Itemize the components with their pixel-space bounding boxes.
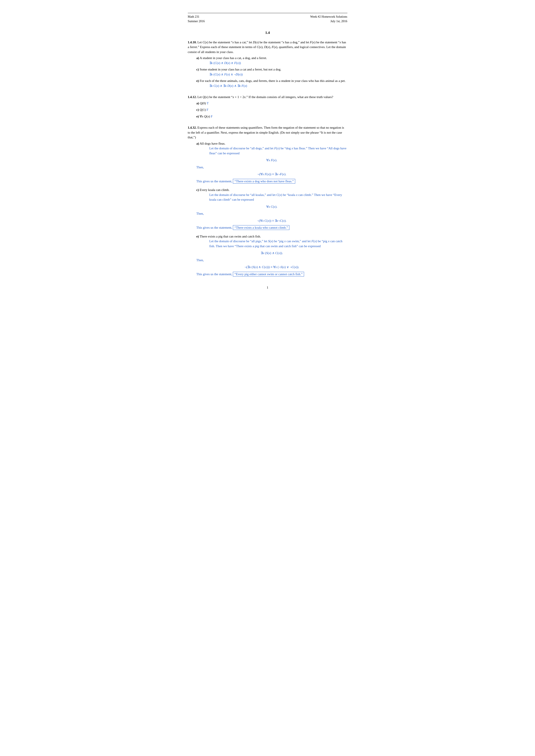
solution-intro-e: Let the domain of discourse be “all pigs… xyxy=(210,239,348,249)
then-a: Then, xyxy=(196,165,348,170)
problem-id: 1.4.32. xyxy=(188,126,197,129)
problem-1-4-10: 1.4.10. Let C(x) be the statement “x has… xyxy=(188,40,348,88)
boxed-c: “There exists a koala who cannot climb.” xyxy=(233,225,289,230)
date: July 1st, 2016 xyxy=(310,19,348,23)
part-e-answer: ∃x C(x) ∧ ∃x D(x) ∧ ∃x F(x) xyxy=(210,83,348,88)
part-a-answer: ∃x (C(x) ∧ D(x) ∧ F(x)) xyxy=(210,61,348,66)
part-text: For each of the three animals, cats, dog… xyxy=(200,79,346,83)
header-right: Week #2 Homework Solutions July 1st, 201… xyxy=(310,14,348,23)
part-text: Some student in your class has a cat and… xyxy=(200,68,281,71)
answer-e: F xyxy=(211,115,212,118)
conclusion-e: This gives us the statement, “Every pig … xyxy=(196,272,348,277)
formula1-a: ∀x F(x). xyxy=(196,158,348,163)
problem-parts: a) Q(0) T c) Q(1) F e) ∀x Q(x) F xyxy=(196,101,348,119)
part-e-label-text: e) There exists a pig that can swim and … xyxy=(196,234,348,239)
assignment-title: Week #2 Homework Solutions xyxy=(310,14,348,19)
part-label: c) xyxy=(196,108,199,111)
part-label: a) xyxy=(196,56,199,60)
part-a-label-text: a) All dogs have fleas. xyxy=(196,141,348,146)
problem-id: 1.4.10. xyxy=(188,40,197,44)
part-label: c) xyxy=(196,68,199,71)
part-c-label-text: c) Every koala can climb. xyxy=(196,187,348,192)
part-label: a) xyxy=(196,101,199,105)
part-text: All dogs have fleas. xyxy=(200,142,225,145)
solution-intro-c: Let the domain of discourse be “all koal… xyxy=(210,192,348,202)
part-c: c) Some student in your class has a cat … xyxy=(196,67,348,77)
header-left: Math 231 Summer 2016 xyxy=(188,14,205,23)
solution-intro-a: Let the domain of discourse be “all dogs… xyxy=(210,146,348,156)
then-c: Then, xyxy=(196,211,348,216)
page-number: 1 xyxy=(188,285,348,290)
part-text: Every koala can climb. xyxy=(200,188,229,192)
part-label: e) xyxy=(196,115,199,118)
part-label: a) xyxy=(196,142,199,145)
part-c-answer: ∃x (C(x) ∧ F(x) ∧ ¬D(x)) xyxy=(210,72,348,77)
problem-statement: Let Q(x) be the statement “x + 1 > 2x.” … xyxy=(198,95,333,99)
part-text: There exists a pig that can swim and cat… xyxy=(200,235,261,238)
part-a-32: a) All dogs have fleas. Let the domain o… xyxy=(196,141,348,184)
boxed-e: “Every pig either cannot swim or cannot … xyxy=(233,272,304,277)
problem-1-4-32: 1.4.32. Express each of these statements… xyxy=(188,125,348,277)
formula2-c: ¬(∀x C(x)) ≡ ∃x¬C(x). xyxy=(196,218,348,223)
part-c-32: c) Every koala can climb. Let the domain… xyxy=(196,187,348,230)
part-e: e) ∀x Q(x) F xyxy=(196,114,348,119)
semester: Summer 2016 xyxy=(188,19,205,23)
part-text: ∀x Q(x) xyxy=(200,115,211,118)
problem-id: 1.4.12. xyxy=(188,95,197,99)
part-e-32: e) There exists a pig that can swim and … xyxy=(196,234,348,277)
answer-c: F xyxy=(207,108,208,111)
then-e: Then, xyxy=(196,258,348,263)
formula1-e: ∃x (S(x) ∧ C(x)). xyxy=(196,251,348,256)
problem-parts: a) A student in your class has a cat, a … xyxy=(196,56,348,88)
part-label: e) xyxy=(196,79,199,83)
part-e: e) For each of the three animals, cats, … xyxy=(196,78,348,88)
problem-statement: Let C(x) be the statement “x has a cat,”… xyxy=(188,40,346,54)
part-text: A student in your class has a cat, a dog… xyxy=(200,56,267,60)
boxed-a: “There exists a dog who does not have fl… xyxy=(233,179,295,184)
part-text: Q(1) xyxy=(200,108,207,111)
page-header: Math 231 Summer 2016 Week #2 Homework So… xyxy=(188,14,348,23)
problem-header: 1.4.12. Let Q(x) be the statement “x + 1… xyxy=(188,94,348,99)
part-c: c) Q(1) F xyxy=(196,107,348,112)
conclusion-c: This gives us the statement, “There exis… xyxy=(196,225,348,230)
problem-parts: a) All dogs have fleas. Let the domain o… xyxy=(196,141,348,277)
problem-header: 1.4.10. Let C(x) be the statement “x has… xyxy=(188,40,348,55)
part-label: c) xyxy=(196,188,199,192)
part-a: a) Q(0) T xyxy=(196,101,348,106)
formula2-a: ¬(∀x F(x)) ≡ ∃x¬F(x). xyxy=(196,172,348,177)
part-label: e) xyxy=(196,235,199,238)
formula2-e: ¬(∃x (S(x) ∧ C(x))) ≡ ∀x (¬S(x) ∨ ¬C(x))… xyxy=(196,265,348,270)
conclusion-a: This gives us the statement, “There exis… xyxy=(196,179,348,184)
formula1-c: ∀x C(x). xyxy=(196,204,348,209)
section-title: 1.4 xyxy=(188,30,348,36)
part-a: a) A student in your class has a cat, a … xyxy=(196,56,348,65)
answer-a: T xyxy=(207,101,209,105)
course-name: Math 231 xyxy=(188,14,205,19)
problem-statement: Express each of these statements using q… xyxy=(188,126,344,139)
part-text: Q(0) xyxy=(200,101,207,105)
problem-1-4-12: 1.4.12. Let Q(x) be the statement “x + 1… xyxy=(188,94,348,119)
problem-header: 1.4.32. Express each of these statements… xyxy=(188,125,348,140)
